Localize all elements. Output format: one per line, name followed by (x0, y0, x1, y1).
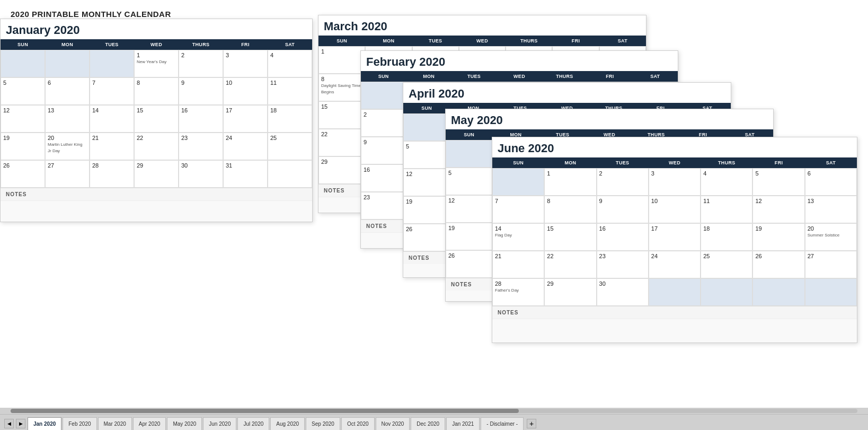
app-container: 2020 PRINTABLE MONTHLY CALENDAR January … (0, 0, 868, 430)
tab-nav-right[interactable]: ▶ (16, 419, 25, 428)
march-title: March 2020 (318, 15, 646, 36)
tab-dec-2020[interactable]: Dec 2020 (411, 417, 445, 430)
may-title: May 2020 (446, 109, 773, 129)
june-notes: NOTES (492, 306, 857, 319)
june-header: SUN MON TUES WED THURS FRI SAT (492, 157, 857, 168)
june-title: June 2020 (492, 137, 857, 157)
tab-feb-2020[interactable]: Feb 2020 (63, 417, 96, 430)
scrollbar-thumb[interactable] (11, 409, 519, 413)
january-grid: 1New Year's Day 2 3 4 5 6 7 8 9 10 11 12… (1, 50, 312, 188)
february-title: February 2020 (361, 51, 678, 71)
april-title: April 2020 (403, 83, 731, 103)
tab-sep-2020[interactable]: Sep 2020 (306, 417, 340, 430)
tab-jun-2020[interactable]: Jun 2020 (203, 417, 236, 430)
main-content: 2020 PRINTABLE MONTHLY CALENDAR January … (0, 0, 868, 408)
june-grid: 1 2 3 4 5 6 7 8 9 10 11 12 13 14Flag Day… (492, 168, 857, 306)
tab-apr-2020[interactable]: Apr 2020 (133, 417, 166, 430)
horizontal-scrollbar[interactable] (0, 408, 868, 414)
tab-jul-2020[interactable]: Jul 2020 (237, 417, 269, 430)
february-header: SUN MON TUES WED THURS FRI SAT (361, 71, 678, 82)
january-header: SUN MON TUES WED THURS FRI SAT (1, 39, 312, 50)
march-header: SUN MON TUES WED THURS FRI SAT (318, 36, 646, 46)
january-notes: NOTES (1, 188, 312, 200)
january-calendar: January 2020 SUN MON TUES WED THURS FRI … (0, 19, 313, 222)
tab-add-button[interactable]: + (527, 419, 536, 428)
tab-jan-2021[interactable]: Jan 2021 (446, 417, 480, 430)
tab-bar: ◀ ▶ Jan 2020 Feb 2020 Mar 2020 Apr 2020 … (0, 414, 868, 430)
june-calendar: June 2020 SUN MON TUES WED THURS FRI SAT… (492, 137, 857, 343)
tab-may-2020[interactable]: May 2020 (167, 417, 202, 430)
tab-aug-2020[interactable]: Aug 2020 (270, 417, 305, 430)
january-title: January 2020 (1, 19, 312, 39)
tab-nav-left[interactable]: ◀ (4, 419, 14, 428)
tab-oct-2020[interactable]: Oct 2020 (341, 417, 375, 430)
tab-nov-2020[interactable]: Nov 2020 (376, 417, 410, 430)
tab-jan-2020[interactable]: Jan 2020 (28, 417, 61, 430)
scrollbar-track[interactable] (11, 409, 857, 413)
tab-mar-2020[interactable]: Mar 2020 (98, 417, 132, 430)
tab-disclaimer[interactable]: - Disclaimer - (481, 417, 524, 430)
